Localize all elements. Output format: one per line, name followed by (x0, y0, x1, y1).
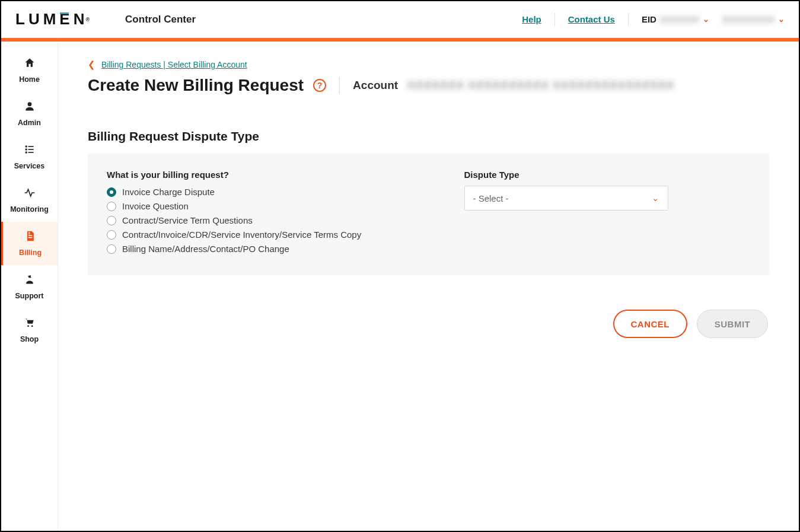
sidebar-item-label: Billing (19, 249, 42, 257)
main-content: ❮ Billing Requests | Select Billing Acco… (58, 42, 799, 531)
radio-label: Invoice Question (122, 201, 189, 211)
help-link[interactable]: Help (522, 14, 541, 24)
radio-icon (107, 230, 116, 240)
svg-text:$: $ (28, 231, 30, 235)
chevron-down-icon: ⌄ (703, 15, 709, 24)
sidebar-item-label: Support (15, 292, 44, 300)
divider (628, 13, 629, 26)
chevron-down-icon: ⌄ (652, 193, 659, 203)
logo-text-left: LUM (15, 10, 59, 28)
radio-billing-name-change[interactable]: Billing Name/Address/Contact/PO Change (107, 244, 393, 254)
svg-point-12 (31, 325, 33, 327)
dispute-type-column: Dispute Type - Select - ⌄ (464, 170, 751, 254)
sidebar-item-monitoring[interactable]: Monitoring (1, 179, 58, 222)
radio-icon (107, 187, 116, 197)
page-title-row: Create New Billing Request ? Account XXX… (88, 76, 769, 95)
breadcrumb-link[interactable]: Billing Requests | Select Billing Accoun… (101, 60, 247, 69)
account-value: XXXXXXX XXXXXXXXXX XXXXXXXXXXXXXXX (407, 79, 674, 92)
radio-invoice-charge-dispute[interactable]: Invoice Charge Dispute (107, 187, 393, 197)
sidebar-item-label: Home (19, 75, 40, 84)
eid-label: EID (642, 14, 656, 24)
account-label: Account (353, 79, 398, 92)
action-buttons: CANCEL SUBMIT (88, 310, 769, 338)
question-label: What is your billing request? (107, 170, 393, 180)
svg-rect-7 (28, 235, 33, 236)
chevron-down-icon: ⌄ (778, 15, 785, 24)
cart-icon (24, 317, 36, 332)
svg-rect-2 (28, 146, 33, 147)
submit-button[interactable]: SUBMIT (697, 310, 768, 338)
breadcrumb: ❮ Billing Requests | Select Billing Acco… (88, 59, 769, 70)
app-title: Control Center (125, 14, 196, 26)
sidebar-item-shop[interactable]: Shop (1, 308, 58, 352)
dispute-type-label: Dispute Type (464, 170, 751, 180)
home-icon (24, 57, 36, 72)
user-dropdown[interactable]: XXXXXXXX ⌄ (722, 14, 785, 24)
divider (554, 13, 555, 26)
top-links: Help Contact Us EID XXXXXX ⌄ XXXXXXXX ⌄ (522, 13, 785, 26)
logo-regmark: ® (85, 17, 90, 23)
sidebar-item-admin[interactable]: Admin (1, 92, 58, 135)
section-title: Billing Request Dispute Type (88, 129, 769, 144)
sidebar: Home Admin Services Monitoring $ Billing (1, 42, 58, 531)
radio-icon (107, 244, 116, 254)
help-icon[interactable]: ? (313, 79, 326, 92)
radio-icon (107, 202, 116, 211)
list-icon (24, 144, 36, 158)
radio-list: Invoice Charge Dispute Invoice Question … (107, 187, 393, 254)
dispute-type-select[interactable]: - Select - ⌄ (464, 186, 668, 211)
user-value: XXXXXXXX (722, 14, 774, 24)
sidebar-item-services[interactable]: Services (1, 135, 58, 179)
divider (339, 77, 340, 94)
activity-icon (23, 187, 36, 202)
user-icon (24, 100, 36, 115)
select-value: - Select - (473, 193, 509, 203)
radio-label: Contract/Service Term Questions (122, 215, 253, 225)
radio-service-terms-copy[interactable]: Contract/Invoice/CDR/Service Inventory/S… (107, 230, 393, 240)
radio-icon (107, 216, 116, 225)
svg-point-3 (25, 148, 27, 150)
svg-point-5 (25, 151, 27, 153)
sidebar-item-billing[interactable]: $ Billing (1, 222, 58, 265)
sidebar-item-home[interactable]: Home (1, 49, 58, 92)
eid-dropdown[interactable]: EID XXXXXX ⌄ (642, 14, 709, 24)
svg-rect-4 (28, 149, 33, 150)
radio-label: Billing Name/Address/Contact/PO Change (122, 244, 289, 254)
cancel-button[interactable]: CANCEL (613, 310, 688, 338)
sidebar-item-label: Services (14, 162, 44, 170)
top-header: LUMEN® Control Center Help Contact Us EI… (1, 1, 799, 38)
svg-rect-8 (28, 237, 33, 238)
sidebar-item-support[interactable]: Support (1, 265, 58, 308)
dispute-panel: What is your billing request? Invoice Ch… (88, 153, 769, 275)
svg-point-11 (27, 325, 29, 327)
radio-label: Contract/Invoice/CDR/Service Inventory/S… (122, 230, 361, 240)
radio-invoice-question[interactable]: Invoice Question (107, 201, 393, 211)
svg-rect-6 (28, 152, 33, 153)
page-title: Create New Billing Request (88, 76, 304, 95)
logo-letter-e: E (59, 10, 73, 28)
chevron-left-icon[interactable]: ❮ (88, 59, 95, 70)
radio-label: Invoice Charge Dispute (122, 187, 215, 197)
sidebar-item-label: Monitoring (10, 205, 49, 214)
svg-point-0 (27, 102, 31, 106)
sidebar-item-label: Shop (20, 335, 39, 343)
eid-value: XXXXXX (660, 14, 699, 24)
gear-user-icon (24, 273, 36, 288)
radio-contract-service-term[interactable]: Contract/Service Term Questions (107, 215, 393, 225)
logo: LUMEN® (15, 10, 90, 28)
question-column: What is your billing request? Invoice Ch… (107, 170, 393, 254)
svg-point-1 (25, 145, 27, 147)
contact-link[interactable]: Contact Us (568, 14, 615, 24)
invoice-icon: $ (24, 230, 36, 245)
sidebar-item-label: Admin (18, 119, 41, 127)
